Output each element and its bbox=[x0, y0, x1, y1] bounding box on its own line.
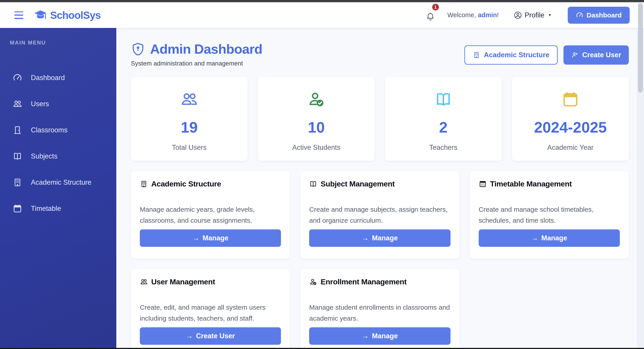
profile-menu-button[interactable]: Profile ▼ bbox=[514, 11, 552, 19]
notification-badge: 1 bbox=[432, 4, 439, 10]
stat-card-active-students: 10 Active Students bbox=[258, 77, 375, 161]
shield-lock-icon bbox=[131, 42, 145, 56]
top-navbar: SchoolSys 1 Welcome, admin! Profile bbox=[0, 2, 644, 28]
people-icon bbox=[140, 278, 148, 286]
chevron-down-icon: ▼ bbox=[548, 13, 552, 17]
book-open-icon bbox=[434, 90, 452, 109]
card-description: Manage student enrollments in classrooms… bbox=[309, 302, 450, 324]
sidebar-item-timetable[interactable]: Timetable bbox=[0, 201, 116, 216]
academic-structure-button[interactable]: Academic Structure bbox=[464, 45, 558, 65]
card-description: Manage academic years, grade levels, cla… bbox=[140, 204, 281, 226]
page-header: Admin Dashboard System administration an… bbox=[131, 41, 629, 67]
sidebar-item-users[interactable]: Users bbox=[0, 96, 116, 112]
topbar-right-group: 1 Welcome, admin! Profile ▼ Dashboard bbox=[426, 7, 630, 24]
card-title: User Management bbox=[151, 278, 215, 286]
page-actions: Academic Structure Create User bbox=[464, 45, 629, 65]
stat-label: Academic Year bbox=[547, 144, 594, 152]
arrow-right-icon: → bbox=[192, 234, 199, 242]
calendar-grid-icon bbox=[479, 180, 487, 188]
card-title: Enrollment Management bbox=[320, 278, 406, 286]
card-description: Create and manage school timetables, sch… bbox=[479, 204, 620, 226]
card-academic-structure: Academic Structure Manage academic years… bbox=[131, 171, 290, 259]
card-title: Timetable Management bbox=[490, 180, 572, 188]
manage-subjects-button[interactable]: → Manage bbox=[309, 229, 450, 247]
speedometer-icon bbox=[576, 11, 584, 19]
card-title: Academic Structure bbox=[151, 180, 221, 188]
card-description: Create, edit, and manage all system user… bbox=[140, 302, 281, 324]
page-scrollbar-thumb[interactable] bbox=[638, 3, 643, 93]
sidebar-item-classrooms[interactable]: Classrooms bbox=[0, 122, 116, 138]
speedometer-icon bbox=[12, 73, 22, 83]
welcome-text: Welcome, admin! bbox=[448, 11, 499, 19]
stat-label: Teachers bbox=[429, 144, 458, 152]
manage-enrollment-button[interactable]: → Manage bbox=[309, 327, 450, 345]
sidebar-section-label: MAIN MENU bbox=[10, 39, 116, 46]
management-cards-grid: Academic Structure Manage academic years… bbox=[131, 171, 629, 349]
arrow-right-icon: → bbox=[186, 332, 193, 340]
building-icon bbox=[12, 178, 22, 187]
stat-value: 10 bbox=[308, 118, 325, 136]
people-icon bbox=[12, 99, 22, 109]
stat-value: 19 bbox=[181, 118, 198, 136]
header-dashboard-button[interactable]: Dashboard bbox=[568, 7, 630, 24]
arrow-right-icon: → bbox=[362, 234, 369, 242]
page-subtitle: System administration and management bbox=[131, 60, 262, 67]
book-open-icon bbox=[12, 151, 22, 161]
hamburger-icon bbox=[14, 11, 23, 12]
card-timetable-management: Timetable Management Create and manage s… bbox=[470, 171, 629, 259]
arrow-right-icon: → bbox=[362, 332, 369, 340]
stats-row: 19 Total Users 10 Active Students bbox=[131, 77, 629, 161]
sidebar-nav: Dashboard Users Classrooms bbox=[0, 70, 116, 216]
card-enrollment-management: Enrollment Management Manage student enr… bbox=[300, 269, 459, 349]
sidebar-item-academic-structure[interactable]: Academic Structure bbox=[0, 175, 116, 190]
stat-card-teachers: 2 Teachers bbox=[385, 77, 502, 161]
stat-label: Total Users bbox=[172, 144, 206, 152]
card-description: Create and manage subjects, assign teach… bbox=[309, 204, 450, 226]
stat-card-total-users: 19 Total Users bbox=[131, 77, 248, 161]
page-title: Admin Dashboard bbox=[150, 41, 262, 57]
person-check-icon bbox=[309, 278, 317, 286]
person-circle-icon bbox=[514, 11, 522, 19]
stat-card-academic-year: 2024-2025 Academic Year bbox=[512, 77, 629, 161]
book-open-icon bbox=[309, 180, 317, 188]
create-user-button[interactable]: Create User bbox=[564, 45, 629, 65]
door-icon bbox=[12, 125, 22, 135]
card-title: Subject Management bbox=[320, 180, 394, 188]
welcome-username: admin bbox=[478, 11, 497, 18]
stat-label: Active Students bbox=[292, 144, 340, 152]
page-title-block: Admin Dashboard System administration an… bbox=[131, 41, 262, 67]
person-plus-icon bbox=[571, 51, 579, 59]
brand-logo[interactable]: SchoolSys bbox=[34, 9, 101, 22]
people-icon bbox=[180, 90, 198, 109]
notifications-button[interactable]: 1 bbox=[426, 9, 436, 22]
stat-value: 2 bbox=[439, 118, 448, 136]
create-user-card-button[interactable]: → Create User bbox=[140, 327, 281, 345]
building-icon bbox=[473, 51, 480, 59]
main-content: Admin Dashboard System administration an… bbox=[116, 28, 644, 349]
calendar-icon bbox=[561, 90, 580, 109]
card-subject-management: Subject Management Create and manage sub… bbox=[300, 171, 459, 259]
bell-icon bbox=[426, 12, 435, 22]
sidebar-item-dashboard[interactable]: Dashboard bbox=[0, 70, 116, 86]
manage-timetable-button[interactable]: → Manage bbox=[479, 229, 620, 247]
graduation-cap-icon bbox=[34, 9, 47, 22]
window-bottom-edge bbox=[0, 348, 644, 349]
manage-academic-structure-button[interactable]: → Manage bbox=[140, 229, 281, 247]
calendar-icon bbox=[12, 204, 22, 214]
brand-name: SchoolSys bbox=[50, 9, 101, 21]
sidebar: MAIN MENU Dashboard Users bbox=[0, 28, 116, 349]
profile-label: Profile bbox=[525, 11, 544, 19]
arrow-right-icon: → bbox=[531, 234, 538, 242]
sidebar-item-subjects[interactable]: Subjects bbox=[0, 148, 116, 164]
card-user-management: User Management Create, edit, and manage… bbox=[131, 269, 290, 349]
admin-dashboard-screen: SchoolSys 1 Welcome, admin! Profile bbox=[0, 0, 644, 349]
window-top-edge bbox=[0, 0, 644, 2]
sidebar-toggle-button[interactable] bbox=[14, 11, 24, 19]
building-icon bbox=[140, 180, 148, 188]
stat-value: 2024-2025 bbox=[534, 118, 607, 136]
person-check-icon bbox=[307, 90, 326, 109]
